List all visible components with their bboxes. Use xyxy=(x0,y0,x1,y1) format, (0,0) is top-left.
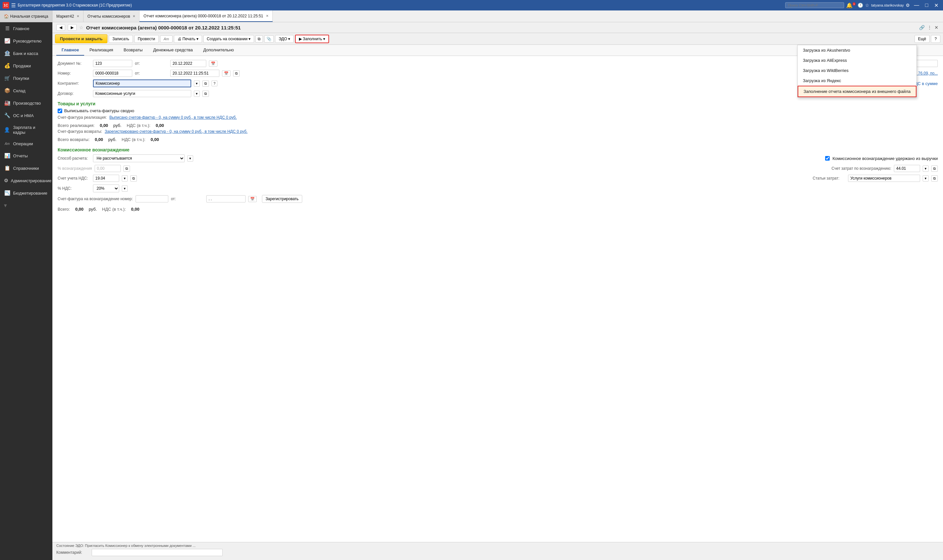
cost-items-input[interactable] xyxy=(848,175,920,182)
nds-percent-dropdown[interactable]: ▾ xyxy=(122,185,128,192)
dropdown-item-external-file[interactable]: Заполнение отчета комиссионера из внешне… xyxy=(798,86,917,97)
tab-document[interactable]: Отчет комиссионера (агента) 0000-000018 … xyxy=(139,11,272,22)
form-tab-realization[interactable]: Реализация xyxy=(84,45,118,55)
nds-account-open[interactable]: ⧉ xyxy=(130,175,137,182)
calc-method-dropdown[interactable]: ▾ xyxy=(187,155,193,162)
dropdown-item-akusherstvo[interactable]: Загрузка из Akusherstvo xyxy=(798,45,917,55)
comment-input[interactable] xyxy=(92,549,223,556)
sidebar-item-os[interactable]: 🔧 ОС и НМА xyxy=(0,109,52,122)
contractor-help-icon[interactable]: ? xyxy=(211,80,218,86)
nav-back-button[interactable]: ◀ xyxy=(56,24,65,31)
contractor-select-icon[interactable]: ▾ xyxy=(194,80,200,87)
doc-favorite-icon[interactable]: ☆ xyxy=(79,25,83,30)
conduct-button[interactable]: Провести xyxy=(134,35,159,43)
cost-items-dropdown[interactable]: ▾ xyxy=(923,175,929,182)
invoice-from-calendar[interactable]: 📅 xyxy=(248,196,257,202)
fill-button[interactable]: ▶ Заполнить ▾ xyxy=(295,35,329,43)
minimize-button[interactable]: — xyxy=(912,2,921,9)
at-button[interactable]: Ат xyxy=(160,35,173,43)
invoice-return-link[interactable]: Зарегистрировано счетов-фактур - 0, на с… xyxy=(105,129,247,134)
number-date-calendar-icon[interactable]: 📅 xyxy=(222,70,230,77)
star-icon[interactable]: ☆ xyxy=(865,3,869,8)
number-date-extra-icon[interactable]: ⧉ xyxy=(233,70,240,77)
edo-button[interactable]: ЭДО ▾ xyxy=(275,35,294,43)
nds-account-input[interactable] xyxy=(93,175,119,182)
save-button[interactable]: Записать xyxy=(109,35,133,43)
doc-date-calendar-icon[interactable]: 📅 xyxy=(209,60,218,67)
sidebar-item-manager[interactable]: 📈 Руководителю xyxy=(0,35,52,47)
number-date-input[interactable] xyxy=(170,70,219,77)
menu-icon[interactable]: ☰ xyxy=(11,2,16,9)
tab-home[interactable]: 🏠 Начальная страница xyxy=(0,11,52,22)
sidebar-item-budget[interactable]: 📉 Бюджетирование xyxy=(0,187,52,199)
calc-method-select[interactable]: Не рассчитывается xyxy=(93,154,185,162)
cost-account-dropdown[interactable]: ▾ xyxy=(923,166,929,172)
document-window: ◀ ▶ ☆ Отчет комиссионера (агента) 0000-0… xyxy=(52,22,943,560)
register-button[interactable]: Зарегистрировать xyxy=(262,195,302,203)
form-tab-additional[interactable]: Дополнительно xyxy=(198,45,239,55)
clock-icon[interactable]: 🕐 xyxy=(858,3,863,8)
dropdown-item-wildberries[interactable]: Загрузка из WildBerries xyxy=(798,65,917,75)
status-bar: Состояние ЭДО: Пригласить Комиссионер к … xyxy=(52,542,943,560)
form-tab-returns[interactable]: Возвраты xyxy=(119,45,148,55)
help-button[interactable]: ? xyxy=(931,35,940,43)
percent-input[interactable] xyxy=(95,165,121,172)
tab-reports[interactable]: Отчеты комиссионеров ✕ xyxy=(83,11,139,22)
doc-date-input[interactable] xyxy=(170,60,206,67)
create-based-button[interactable]: Создать на основании ▾ xyxy=(203,35,255,43)
print-button[interactable]: 🖨 Печать ▾ xyxy=(174,35,202,43)
cost-account-input[interactable] xyxy=(894,165,920,172)
sidebar-item-operations[interactable]: Ат Операции xyxy=(0,138,52,149)
invoice-number-input[interactable] xyxy=(136,195,168,203)
search-input[interactable] xyxy=(785,2,844,8)
tab-reports-close[interactable]: ✕ xyxy=(133,14,135,18)
sidebar-expand[interactable]: ▾ xyxy=(0,199,52,212)
nds-account-dropdown[interactable]: ▾ xyxy=(122,175,128,182)
contract-open-icon[interactable]: ⧉ xyxy=(202,91,209,97)
form-tab-main[interactable]: Главное xyxy=(56,45,84,55)
percent-icon[interactable]: ⧉ xyxy=(123,166,130,172)
cost-account-open[interactable]: ⧉ xyxy=(931,166,938,172)
copy-button[interactable]: ⧉ xyxy=(255,35,263,43)
contract-select-icon[interactable]: ▾ xyxy=(194,91,200,97)
contract-input[interactable] xyxy=(93,90,191,97)
close-button[interactable]: ✕ xyxy=(932,2,940,9)
tab-market[interactable]: Маркет42 ✕ xyxy=(52,11,83,22)
doc-close-icon[interactable]: ✕ xyxy=(934,24,939,31)
nds-percent-label: % НДС: xyxy=(58,186,90,191)
form-tab-money[interactable]: Денежные средства xyxy=(148,45,198,55)
sidebar-item-reports[interactable]: 📊 Отчеты xyxy=(0,149,52,162)
sidebar-item-main[interactable]: ☰ Главное xyxy=(0,22,52,35)
sidebar-item-purchases[interactable]: 🛒 Покупки xyxy=(0,72,52,85)
sidebar-item-salary[interactable]: 👤 Зарплата и кадры xyxy=(0,122,52,138)
attach-button[interactable]: 📎 xyxy=(264,35,274,43)
contractor-open-icon[interactable]: ⧉ xyxy=(202,80,209,87)
doc-menu-icon[interactable]: ⋮ xyxy=(927,24,932,31)
sidebar-item-admin[interactable]: ⚙ Администрирование xyxy=(0,174,52,187)
more-button[interactable]: Ещё xyxy=(915,35,930,43)
notification-icon[interactable]: 🔔1 xyxy=(846,2,856,9)
tab-market-close[interactable]: ✕ xyxy=(77,14,79,18)
invoice-checkbox[interactable] xyxy=(58,109,62,113)
sidebar-item-warehouse[interactable]: 📦 Склад xyxy=(0,85,52,97)
maximize-button[interactable]: □ xyxy=(923,2,930,9)
nav-forward-button[interactable]: ▶ xyxy=(68,24,77,31)
number-input[interactable] xyxy=(93,70,132,77)
sidebar-item-production[interactable]: 🏭 Производство xyxy=(0,97,52,109)
nds-percent-select[interactable]: 20% xyxy=(93,185,119,192)
doc-link-icon[interactable]: 🔗 xyxy=(918,24,925,31)
contractor-input[interactable] xyxy=(93,80,191,87)
invoice-from-input[interactable] xyxy=(206,195,245,203)
sidebar-item-sales[interactable]: 💰 Продажи xyxy=(0,60,52,72)
doc-no-input[interactable] xyxy=(93,60,132,67)
dropdown-item-aliexpress[interactable]: Загрузка из AliExpress xyxy=(798,55,917,65)
invoice-real-link[interactable]: Выписано счетов-фактур - 0, на сумму 0 р… xyxy=(110,115,237,120)
sidebar-item-bank[interactable]: 🏦 Банк и касса xyxy=(0,47,52,60)
dropdown-item-yandex[interactable]: Загрузка из Яндекс xyxy=(798,75,917,86)
conduct-close-button[interactable]: Провести и закрыть xyxy=(55,34,107,43)
cost-items-open[interactable]: ⧉ xyxy=(931,175,938,182)
sidebar-item-references[interactable]: 📋 Справочники xyxy=(0,162,52,174)
commission-held-checkbox[interactable] xyxy=(825,156,830,161)
settings-icon[interactable]: ⚙ xyxy=(906,3,910,8)
tab-document-close[interactable]: ✕ xyxy=(266,14,269,18)
